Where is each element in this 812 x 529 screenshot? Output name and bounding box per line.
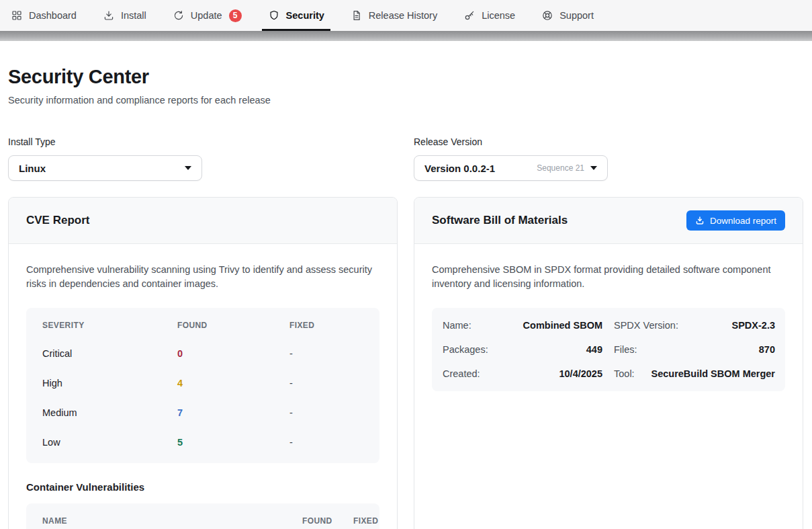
table-row: Medium 7 -	[26, 398, 379, 428]
container-vulnerabilities-header: NAME FOUND FIXED	[26, 503, 379, 529]
install-type-label: Install Type	[8, 136, 398, 147]
main-content: Security Center Security information and…	[0, 41, 812, 529]
release-version-select[interactable]: Version 0.0.2-1 Sequence 21	[414, 155, 608, 181]
document-icon	[351, 9, 363, 22]
sbom-body: Comprehensive SBOM in SPDX format provid…	[414, 244, 803, 409]
update-count-badge: 5	[229, 9, 242, 22]
severity-label: Low	[42, 437, 177, 448]
top-navigation: Dashboard Install Update 5 Security Rele…	[0, 0, 812, 31]
release-version-value: Version 0.0.2-1	[424, 163, 495, 174]
sbom-info-spdx-version: SPDX Version: SPDX-2.3	[608, 313, 785, 337]
info-value: SPDX-2.3	[732, 320, 775, 331]
info-value: 870	[759, 344, 775, 355]
found-count: 4	[177, 378, 289, 389]
container-vulnerabilities-title: Container Vulnerabilities	[26, 481, 379, 493]
severity-table: SEVERITY FOUND FIXED Critical 0 - High 4…	[26, 308, 379, 463]
nav-tab-label: License	[482, 10, 515, 21]
dashboard-icon	[11, 9, 23, 22]
download-report-label: Download report	[710, 216, 776, 226]
nav-tab-label: Install	[121, 10, 146, 21]
severity-table-header: SEVERITY FOUND FIXED	[26, 312, 379, 339]
col-fixed: FIXED	[353, 516, 378, 526]
sbom-info-packages: Packages: 449	[432, 337, 608, 362]
nav-tab-update[interactable]: Update 5	[173, 0, 242, 31]
nav-tab-label: Support	[559, 10, 594, 21]
fixed-count: -	[289, 437, 363, 448]
sbom-description: Comprehensive SBOM in SPDX format provid…	[432, 263, 785, 291]
info-value: Combined SBOM	[523, 320, 602, 331]
severity-label: Critical	[42, 348, 177, 359]
found-count: 5	[177, 437, 289, 448]
fixed-count: -	[289, 407, 363, 418]
cve-report-card: CVE Report Comprehensive vulnerability s…	[8, 197, 398, 529]
nav-tab-security[interactable]: Security	[268, 0, 324, 31]
release-version-field: Release Version Version 0.0.2-1 Sequence…	[414, 136, 803, 181]
shield-icon	[268, 9, 280, 22]
cve-report-header: CVE Report	[9, 198, 397, 244]
lifebuoy-icon	[541, 9, 553, 22]
col-fixed: FIXED	[289, 321, 363, 330]
filters-row: Install Type Linux Release Version Versi…	[8, 136, 804, 181]
key-icon	[463, 9, 476, 22]
col-found: FOUND	[302, 516, 353, 526]
nav-tab-release-history[interactable]: Release History	[351, 0, 437, 31]
severity-label: High	[42, 378, 177, 389]
sbom-info-name: Name: Combined SBOM	[432, 313, 608, 337]
table-row: Critical 0 -	[26, 339, 379, 368]
nav-tab-label: Dashboard	[29, 10, 77, 21]
download-icon	[695, 216, 705, 225]
col-severity: SEVERITY	[42, 321, 177, 330]
install-type-select[interactable]: Linux	[8, 155, 202, 181]
nav-tab-dashboard[interactable]: Dashboard	[11, 0, 77, 31]
release-version-label: Release Version	[414, 136, 803, 147]
info-value: 10/4/2025	[559, 368, 602, 379]
nav-tab-label: Update	[191, 10, 222, 21]
severity-label: Medium	[42, 407, 177, 418]
info-label: SPDX Version:	[614, 320, 678, 331]
col-name: NAME	[42, 516, 302, 526]
download-report-button[interactable]: Download report	[686, 210, 785, 231]
table-row: Low 5 -	[26, 428, 379, 457]
sbom-info-grid: Name: Combined SBOM SPDX Version: SPDX-2…	[432, 308, 785, 391]
install-icon	[103, 9, 115, 22]
nav-tab-label: Security	[286, 10, 324, 21]
sbom-info-created: Created: 10/4/2025	[432, 362, 608, 386]
nav-tab-license[interactable]: License	[463, 0, 515, 31]
sbom-card: Software Bill of Materials Download repo…	[414, 197, 803, 529]
install-type-field: Install Type Linux	[8, 136, 398, 181]
table-row: High 4 -	[26, 368, 379, 398]
info-value: 449	[586, 344, 602, 355]
report-cards: CVE Report Comprehensive vulnerability s…	[8, 197, 804, 529]
cve-report-description: Comprehensive vulnerability scanning usi…	[26, 263, 379, 291]
chevron-down-icon	[590, 166, 597, 170]
sbom-info-files: Files: 870	[608, 337, 785, 362]
nav-tab-install[interactable]: Install	[103, 0, 146, 31]
col-found: FOUND	[177, 321, 289, 330]
info-label: Name:	[443, 320, 471, 331]
sbom-header: Software Bill of Materials Download repo…	[414, 198, 803, 244]
nav-tab-support[interactable]: Support	[541, 0, 594, 31]
info-value: SecureBuild SBOM Merger	[651, 368, 775, 379]
update-icon	[173, 9, 185, 22]
fixed-count: -	[289, 348, 363, 359]
page-title: Security Center	[8, 66, 804, 88]
fixed-count: -	[289, 378, 363, 389]
cve-report-body: Comprehensive vulnerability scanning usi…	[9, 244, 397, 529]
found-count: 0	[177, 348, 289, 359]
info-label: Tool:	[614, 368, 635, 379]
page-subtitle: Security information and compliance repo…	[8, 95, 804, 106]
nav-tab-label: Release History	[369, 10, 437, 21]
found-count: 7	[177, 407, 289, 418]
info-label: Packages:	[443, 344, 488, 355]
cve-report-title: CVE Report	[26, 214, 89, 227]
sbom-title: Software Bill of Materials	[432, 214, 568, 227]
install-type-value: Linux	[19, 163, 46, 174]
info-label: Files:	[614, 344, 637, 355]
chevron-down-icon	[185, 166, 191, 170]
nav-bottom-shadow	[0, 31, 812, 41]
release-sequence-meta: Sequence 21	[537, 163, 584, 173]
sbom-info-tool: Tool: SecureBuild SBOM Merger	[608, 362, 785, 386]
info-label: Created:	[443, 368, 480, 379]
